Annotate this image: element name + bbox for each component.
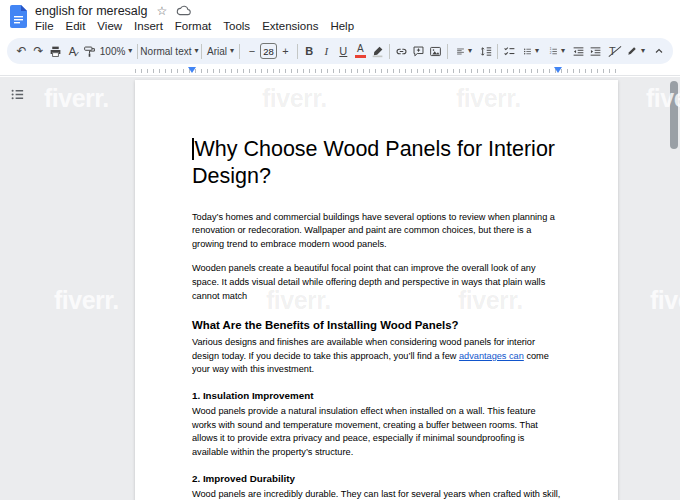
svg-text:2: 2 <box>550 51 552 55</box>
text-color-button[interactable]: A <box>352 40 369 62</box>
paragraph-insulation[interactable]: Wood panels provide a natural insulation… <box>192 405 561 459</box>
insert-link-button[interactable] <box>393 40 410 62</box>
clear-formatting-icon: T <box>609 45 616 57</box>
chevron-down-icon: ▾ <box>561 47 565 55</box>
link-icon <box>395 45 408 58</box>
increase-indent-button[interactable] <box>587 40 604 62</box>
insert-image-button[interactable] <box>427 40 444 62</box>
chevron-down-icon: ▾ <box>230 47 234 55</box>
outdent-icon <box>572 45 585 58</box>
indent-icon <box>589 45 602 58</box>
checklist-button[interactable] <box>501 40 518 62</box>
right-indent-marker[interactable] <box>554 67 562 73</box>
clear-formatting-button[interactable]: T <box>604 40 621 62</box>
pencil-icon <box>626 45 638 57</box>
chevron-down-icon: ▾ <box>641 47 645 55</box>
divider <box>297 44 298 59</box>
heading-insulation[interactable]: 1. Insulation Improvement <box>192 390 561 401</box>
line-spacing-button[interactable] <box>477 40 494 62</box>
toolbar-right-group: ▾ <box>621 40 667 62</box>
paragraph-benefits[interactable]: Various designs and finishes are availab… <box>192 336 561 377</box>
document-page[interactable]: Why Choose Wood Panels for Interior Desi… <box>135 80 618 500</box>
toolbar: ↶ ↷ A✓ 100%▾ Normal text▾ Arial▾ − 28 + … <box>7 38 673 64</box>
paragraph-intro[interactable]: Today’s homes and commercial buildings h… <box>192 211 561 252</box>
menu-help[interactable]: Help <box>324 19 360 33</box>
title-block: english for meresalg ☆ File Edit View In… <box>35 0 360 33</box>
menu-bar: File Edit View Insert Format Tools Exten… <box>29 19 360 33</box>
menu-tools[interactable]: Tools <box>217 19 256 33</box>
line-spacing-icon <box>479 45 492 58</box>
doc-title-text: Why Choose Wood Panels for Interior Desi… <box>192 137 555 188</box>
comment-icon <box>412 45 425 58</box>
chevron-up-icon <box>653 45 665 57</box>
outline-icon <box>10 87 25 102</box>
numbered-list-icon: 12 <box>549 45 558 58</box>
highlighter-icon <box>371 45 384 58</box>
document-canvas: Why Choose Wood Panels for Interior Desi… <box>0 77 680 500</box>
decrease-font-size-button[interactable]: − <box>243 40 260 62</box>
divider <box>239 44 240 59</box>
redo-button[interactable]: ↷ <box>30 40 47 62</box>
add-comment-button[interactable] <box>410 40 427 62</box>
left-indent-marker[interactable] <box>188 67 196 73</box>
spellcheck-icon: A✓ <box>69 45 76 57</box>
bulleted-list-button[interactable]: ▾ <box>518 40 544 62</box>
divider <box>201 44 202 59</box>
hide-menus-button[interactable] <box>650 40 667 62</box>
undo-button[interactable]: ↶ <box>13 40 30 62</box>
spellcheck-button[interactable]: A✓ <box>64 40 81 62</box>
paragraph-durability[interactable]: Wood panels are incredibly durable. They… <box>192 488 561 500</box>
vertical-scrollbar-thumb[interactable] <box>670 81 678 149</box>
increase-font-size-button[interactable]: + <box>277 40 294 62</box>
font-size-input[interactable]: 28 <box>260 43 276 59</box>
align-button[interactable]: ▾ <box>451 40 477 62</box>
divider <box>447 44 448 59</box>
divider <box>389 44 390 59</box>
star-icon[interactable]: ☆ <box>157 5 168 17</box>
font-select[interactable]: Arial▾ <box>205 40 237 62</box>
bulleted-list-icon <box>523 45 532 58</box>
numbered-list-button[interactable]: 12 ▾ <box>544 40 570 62</box>
print-button[interactable] <box>47 40 64 62</box>
zoom-select[interactable]: 100%▾ <box>98 40 134 62</box>
chevron-down-icon: ▾ <box>535 47 539 55</box>
cloud-saved-icon[interactable] <box>176 5 191 16</box>
menu-format[interactable]: Format <box>169 19 217 33</box>
highlight-color-button[interactable] <box>369 40 386 62</box>
divider <box>497 44 498 59</box>
menu-file[interactable]: File <box>29 19 60 33</box>
menu-view[interactable]: View <box>91 19 128 33</box>
divider <box>137 44 138 59</box>
chevron-down-icon: ▾ <box>468 47 472 55</box>
google-docs-icon[interactable] <box>10 5 27 28</box>
menu-edit[interactable]: Edit <box>60 19 92 33</box>
paint-format-button[interactable] <box>81 40 98 62</box>
document-title[interactable]: english for meresalg <box>35 4 148 18</box>
paragraph-styles-select[interactable]: Normal text▾ <box>141 40 198 62</box>
chevron-down-icon: ▾ <box>128 47 132 55</box>
ruler <box>0 65 680 76</box>
undo-icon: ↶ <box>16 45 26 57</box>
chevron-down-icon: ▾ <box>194 47 198 55</box>
editing-mode-button[interactable]: ▾ <box>621 40 650 62</box>
document-outline-button[interactable] <box>8 85 27 104</box>
menu-insert[interactable]: Insert <box>128 19 169 33</box>
paragraph-focal-point[interactable]: Wooden panels create a beautiful focal p… <box>192 262 561 303</box>
checklist-icon <box>503 45 516 58</box>
paint-roller-icon <box>83 45 96 58</box>
menu-extensions[interactable]: Extensions <box>256 19 324 33</box>
advantages-link[interactable]: advantages can <box>459 351 524 361</box>
underline-button[interactable]: U <box>335 40 352 62</box>
google-docs-app: english for meresalg ☆ File Edit View In… <box>0 0 680 500</box>
heading-benefits[interactable]: What Are the Benefits of Installing Wood… <box>192 319 561 331</box>
heading-durability[interactable]: 2. Improved Durability <box>192 473 561 484</box>
bold-button[interactable]: B <box>301 40 318 62</box>
header: english for meresalg ☆ File Edit View In… <box>0 0 680 37</box>
doc-title-heading[interactable]: Why Choose Wood Panels for Interior Desi… <box>192 136 561 191</box>
decrease-indent-button[interactable] <box>570 40 587 62</box>
redo-icon: ↷ <box>33 45 43 57</box>
image-icon <box>429 45 442 58</box>
italic-button[interactable]: I <box>318 40 335 62</box>
print-icon <box>49 45 62 58</box>
text-cursor <box>192 138 194 160</box>
